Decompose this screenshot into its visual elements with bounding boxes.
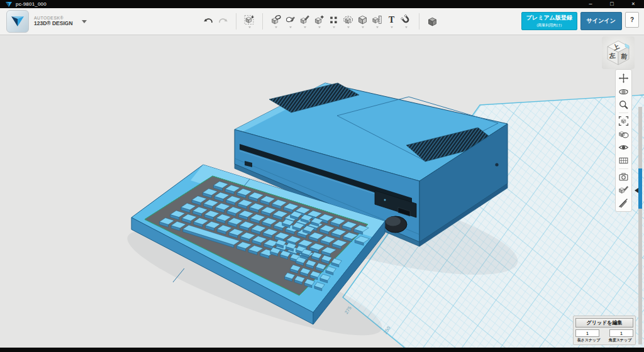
power-led (384, 199, 386, 201)
close-button[interactable]: × (623, 0, 644, 8)
account-actions: プレミアム版登録 (商業利用向け) サインイン ? (521, 12, 639, 30)
combine-button[interactable] (355, 14, 370, 28)
material-icon (427, 16, 438, 27)
hide-sketches-icon[interactable] (618, 198, 629, 209)
pattern-button[interactable] (326, 14, 341, 28)
grid-scale-icon[interactable] (618, 155, 629, 166)
nav-separator (619, 113, 628, 113)
minimize-button[interactable]: – (580, 0, 601, 8)
premium-sublabel: (商業利用向け) (526, 23, 572, 28)
window-controls: – □ × (580, 0, 644, 8)
undo-button[interactable] (201, 16, 216, 27)
dropdown-caret-icon (304, 26, 306, 28)
vertical-scrollbar-thumb[interactable] (638, 168, 642, 209)
grouping-icon (343, 14, 353, 25)
premium-button[interactable]: プレミアム版登録 (商業利用向け) (521, 12, 577, 30)
dropdown-caret-icon (318, 26, 321, 28)
brand-text: AUTODESK® 123D® DESIGN (34, 16, 73, 27)
scene-svg: 275 250 (0, 35, 644, 348)
menu-chevron-icon (82, 20, 87, 23)
modify-icon (314, 14, 325, 25)
panel-collapse-arrow-icon[interactable] (635, 188, 638, 193)
main-toolbar: AUTODESK® 123D® DESIGN (0, 8, 644, 35)
volume-knob (384, 216, 407, 233)
modify-button[interactable] (312, 14, 326, 28)
grid-edit-panel: グリッドを編集 長さスナップ 角度ステップ (573, 316, 636, 345)
title-bar: pc-9801_000 – □ × (0, 0, 644, 8)
help-button[interactable]: ? (625, 12, 639, 28)
dropdown-caret-icon (376, 26, 379, 28)
app-menu[interactable]: AUTODESK® 123D® DESIGN (6, 10, 87, 33)
screenshot-icon[interactable] (618, 172, 629, 182)
text-button[interactable]: T (384, 14, 399, 28)
viewcube-face-left[interactable]: 左 (608, 52, 616, 60)
dropdown-caret-icon (347, 26, 350, 28)
length-snap-input[interactable] (575, 329, 599, 337)
nav-separator (619, 168, 628, 169)
pattern-icon (328, 14, 339, 25)
dropdown-caret-icon (248, 26, 251, 28)
transform-button[interactable] (269, 14, 283, 28)
dropdown-caret-icon (405, 26, 408, 28)
dropdown-caret-icon (289, 26, 292, 28)
side-hole (495, 163, 498, 166)
show-solids-icon[interactable] (618, 185, 629, 195)
snap-magnet-icon (401, 14, 411, 25)
app-logo-icon (6, 1, 12, 8)
primitives-button[interactable] (242, 14, 257, 28)
tool-strip: T (201, 8, 440, 35)
text-tool-icon: T (389, 15, 394, 25)
toolbar-separator (262, 13, 263, 30)
viewport-3d[interactable]: 275 250 (0, 35, 644, 348)
fit-view-icon[interactable] (618, 116, 629, 126)
window-title: pc-9801_000 (16, 1, 47, 7)
pan-icon[interactable] (618, 73, 629, 84)
shading-mode-icon[interactable] (618, 129, 629, 140)
toolbar-separator (419, 13, 419, 30)
dropdown-caret-icon (275, 26, 277, 28)
view-cube[interactable]: 上 左 前 (602, 36, 635, 69)
restore-button[interactable]: □ (601, 0, 623, 8)
dropdown-caret-icon (362, 26, 364, 28)
primitives-icon (244, 14, 255, 25)
transform-icon (270, 14, 281, 25)
brand-line2: 123D® DESIGN (34, 21, 73, 27)
redo-button[interactable] (216, 16, 230, 27)
undo-icon (203, 16, 214, 27)
construct-button[interactable] (297, 14, 312, 28)
dropdown-caret-icon (391, 26, 393, 28)
sketch-button[interactable] (283, 14, 297, 28)
sketch-icon (285, 14, 296, 25)
measure-icon (372, 14, 382, 25)
bottom-black-bar (0, 348, 644, 352)
visibility-icon[interactable] (618, 142, 629, 153)
angle-step-label: 角度ステップ (607, 338, 633, 343)
construct-icon (299, 14, 310, 25)
orbit-icon[interactable] (618, 86, 629, 97)
123d-logo-icon (11, 15, 25, 28)
premium-label: プレミアム版登録 (526, 14, 572, 22)
grouping-button[interactable] (341, 14, 355, 28)
combine-icon (357, 14, 368, 25)
snap-button[interactable] (399, 14, 413, 28)
length-snap-label: 長さスナップ (575, 338, 602, 343)
zoom-icon[interactable] (618, 99, 629, 110)
vertical-scrollbar-track[interactable] (638, 107, 642, 344)
signin-button[interactable]: サインイン (580, 12, 622, 30)
toolbar-separator (236, 13, 236, 30)
material-button[interactable] (425, 16, 440, 27)
edit-grid-button[interactable]: グリッドを編集 (575, 318, 633, 327)
measure-button[interactable] (370, 14, 384, 28)
view-nav-toolbar (615, 69, 632, 212)
redo-icon (218, 16, 228, 27)
dropdown-caret-icon (333, 26, 335, 28)
app-logo-tile (6, 10, 29, 33)
angle-step-input[interactable] (609, 329, 633, 337)
